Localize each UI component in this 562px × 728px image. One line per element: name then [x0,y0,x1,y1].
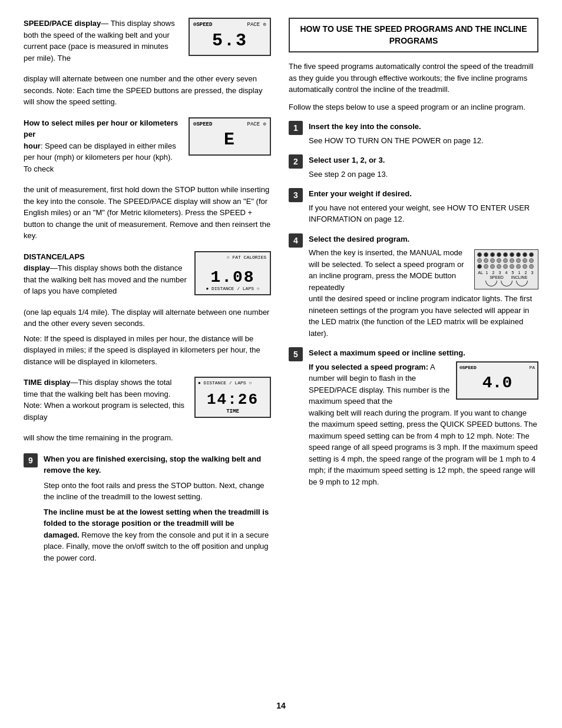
step3-block: 3 Enter your weight if desired. If you h… [289,188,538,225]
dist-laps-note: Note: If the speed is displayed in miles… [24,333,271,368]
led-dot [490,258,495,263]
led-arcs [477,281,535,286]
led-dot [503,258,508,263]
step9-content: When you are finished exercising, stop t… [44,453,271,568]
time-body2: will show the time remaining in the prog… [24,432,271,444]
step5-display-number: 4.0 [482,374,512,392]
dist-laps-title: DISTANCE/LAPS [24,252,85,261]
right-intro-para2: Follow the steps below to use a speed pr… [289,101,538,113]
led-arc-2 [501,281,513,286]
led-dot [503,264,508,269]
step5-body-post: walking belt will reach during the progr… [309,407,538,488]
led-dot [523,258,527,263]
led-dot [503,252,508,257]
led-dot [484,252,488,257]
speed-pace-body2: display will alternate between one numbe… [24,73,271,108]
time-display: ● DISTANCE / LAPS ○ 14:26 TIME [194,377,271,418]
step1-block: 1 Insert the key into the console. See H… [289,121,538,146]
time-display-section: TIME display—This display shows the tota… [24,377,271,444]
led-dot [516,252,521,257]
led-dot [516,264,521,269]
led-dot [477,264,482,269]
miles-kph-section: How to select miles per hour or kilomete… [24,117,271,242]
step4-inline: When the key is inserted, the MANUAL mod… [309,247,538,293]
led-dot [529,264,534,269]
distance-number: 1.08 [210,268,254,286]
distance-laps-section: DISTANCE/LAPS display—This display shows… [24,251,271,368]
speed-pace-section: SPEED/PACE display— This display shows b… [24,18,271,108]
step9-title: When you are finished exercising, stop t… [44,454,261,475]
led-dot [510,258,514,263]
step4-body-pre: When the key is inserted, the MANUAL mod… [309,247,468,293]
led-column-labels: AL 1 2 3 4 5 1 2 3 [477,271,535,275]
right-intro-para1: The five speed programs automatically co… [289,61,538,95]
miles-kph-title-normal-bold: hour [24,141,41,150]
step3-body: If you have not entered your weight, see… [309,202,538,225]
time-number: 14:26 [207,391,259,409]
time-label: TIME [226,409,239,414]
led-dot [490,252,495,257]
dist-laps-body2: (one lap equals 1/4 mile). The display w… [24,307,271,330]
led-section-labels: SPEED INCLINE [477,275,535,279]
led-arc-3 [516,281,528,286]
right-header-box: HOW TO USE THE SPEED PROGRAMS AND THE IN… [289,18,538,52]
led-dot [516,258,521,263]
led-row-3 [477,264,535,269]
led-dot [497,252,501,257]
step5-block: 5 Select a maximum speed or incline sett… [289,347,538,487]
fat-cal-label: ○ FAT CALORIES [227,255,266,260]
dist-laps-dash: — [50,263,58,272]
led-dot [497,258,501,263]
step4-title: Select the desired program. [309,233,538,245]
right-header-title: HOW TO USE THE SPEED PROGRAMS AND THE IN… [297,24,530,47]
step5-title: Select a maximum speed or incline settin… [309,347,538,359]
led-row-2 [477,258,535,263]
time-dash: — [70,378,78,387]
step2-title: Select user 1, 2, or 3. [309,154,538,166]
step9-section: 9 When you are finished exercising, stop… [24,453,271,568]
time-title: TIME display [24,378,70,387]
led-dot [497,264,501,269]
speed-pace-dash: — [101,19,108,28]
miles-kph-body1: : Speed can be displayed in either miles… [24,141,176,173]
step4-content: Select the desired program. When the key… [309,233,538,340]
kph-pace-label: PACE ⊙ [247,121,266,127]
led-dot [510,264,514,269]
led-dot [510,252,514,257]
step2-block: 2 Select user 1, 2, or 3. See step 2 on … [289,154,538,180]
kph-display-number: E [224,130,236,150]
step4-body-post: until the desired speed or incline progr… [309,293,538,339]
miles-kph-body2: the unit of measurement, first hold down… [24,184,271,242]
led-arc-1 [485,281,497,286]
step4-number: 4 [289,233,303,248]
time-dist-label: ● DISTANCE / LAPS ○ [198,380,252,386]
speed-pace-number: 5.3 [212,31,247,51]
step5-pace-label: PA [529,365,535,370]
step9-body1: Step onto the foot rails and press the S… [44,480,271,503]
led-dot [484,264,488,269]
step5-text: If you selected a speed program: A numbe… [309,361,450,407]
led-dot [477,252,482,257]
step3-number: 3 [289,188,303,202]
step3-title: Enter your weight if desired. [309,188,538,200]
step3-content: Enter your weight if desired. If you hav… [309,188,538,225]
speed-label: ⊙SPEED [193,21,212,28]
kph-speed-label: ⊙SPEED [193,121,212,127]
step4-block: 4 Select the desired program. When the k… [289,233,538,340]
led-dot [484,258,488,263]
led-dot [477,258,482,263]
led-dot [523,252,527,257]
step1-content: Insert the key into the console. See HOW… [309,121,538,146]
step5-number: 5 [289,347,303,361]
led-dot [490,264,495,269]
step4-text: When the key is inserted, the MANUAL mod… [309,247,468,293]
step1-number: 1 [289,121,303,135]
speed-pace-title: SPEED/PACE display [24,19,101,28]
step2-content: Select user 1, 2, or 3. See step 2 on pa… [309,154,538,180]
page: SPEED/PACE display— This display shows b… [0,0,562,728]
step5-speed-display: ⊙SPEED PA 4.0 [456,361,538,400]
step9-number: 9 [24,453,38,467]
step5-content: Select a maximum speed or incline settin… [309,347,538,487]
step5-inline: If you selected a speed program: A numbe… [309,361,538,407]
led-row-1 [477,252,535,257]
